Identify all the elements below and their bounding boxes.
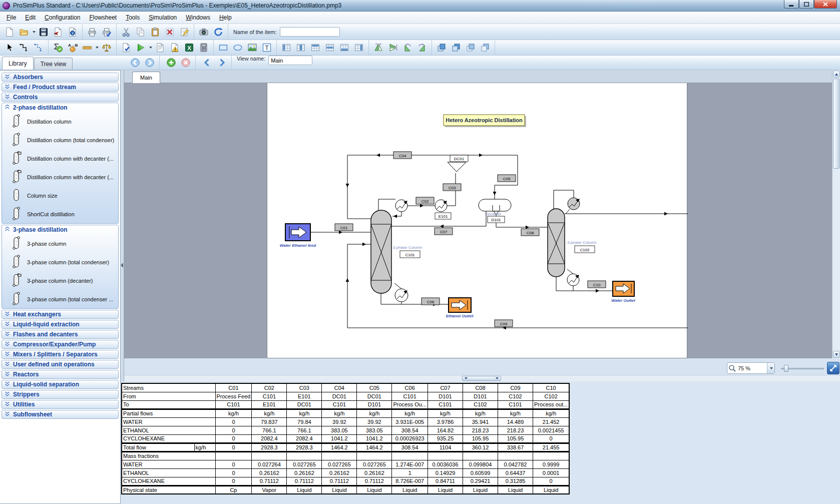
menu-flowsheet[interactable]: Flowsheet [85,12,121,23]
library-item-distillation-column-with-decanter[interactable]: Distillation column with decanter (... [2,168,118,186]
exchanger-e101-tag[interactable]: E101 [435,213,451,219]
align-top-button[interactable] [309,41,322,54]
insert-image-button[interactable] [246,41,259,54]
run-simulation-dropdown-icon[interactable] [149,47,152,49]
screenshot-button[interactable] [197,26,210,39]
link-streams-dashed-button[interactable] [32,41,45,54]
tab-library[interactable]: Library [2,57,34,70]
maximize-button[interactable] [799,0,814,9]
exchanger-e101-icon[interactable] [435,200,447,212]
decanter-d101[interactable]: Decanter D101 [479,199,511,223]
print-preview-button[interactable] [100,26,113,39]
library-item-column-size[interactable]: Column size [2,186,118,205]
feed-icon[interactable]: Water Ethanol feed [280,224,316,248]
section-header-liquid-liquid-extraction[interactable]: Liquid-liquid extraction [2,320,119,329]
stream-tag-c09[interactable]: C09 [495,320,513,327]
align-middle-button[interactable] [323,41,336,54]
document-info-button[interactable]: i [66,26,79,39]
section-header-strippers[interactable]: Strippers [2,390,119,399]
section-header-controls[interactable]: Controls [2,93,119,102]
import-document-button[interactable] [52,26,65,39]
measurement-tool-button[interactable] [81,41,94,54]
balance-button[interactable] [100,41,113,54]
menu-windows[interactable]: Windows [181,12,215,23]
menu-file[interactable]: File [2,12,21,23]
next-view-button[interactable] [215,56,228,69]
column-c101[interactable] [371,210,391,293]
splitter-dc01[interactable]: DC01 [448,155,468,172]
flowsheet-page[interactable]: DC01 Decanter D101 Water Ethanol feed [267,83,687,358]
bring-forward-button[interactable] [464,41,477,54]
rotate-right-button[interactable] [415,41,429,54]
stream-tag-c06[interactable]: C06 [422,298,440,305]
ethanol-outlet-icon[interactable]: Ethanol Outlet [446,298,474,318]
calculator-button[interactable] [197,41,210,54]
report-button[interactable] [154,41,167,54]
canvas-vscrollbar[interactable] [832,70,840,358]
view-name-input[interactable] [268,56,312,65]
align-left-button[interactable] [280,41,293,54]
menu-simulation[interactable]: Simulation [144,12,181,23]
draw-ellipse-button[interactable] [231,41,244,54]
section-header-flashes-and-decanters[interactable]: Flashes and decanters [2,330,119,339]
print-button[interactable] [86,26,99,39]
select-cursor-button[interactable] [3,41,16,54]
tab-view-main[interactable]: Main [132,72,160,83]
align-bottom-button[interactable] [338,41,351,54]
library-item-distillation-column-total-condenser[interactable]: Distillation column (total condenser) [2,131,118,149]
stream-tag-c01[interactable]: C01 [335,224,353,231]
send-backward-button[interactable] [479,41,492,54]
stream-tag-c05[interactable]: C05 [498,175,516,182]
condenser-c101-icon[interactable] [395,200,407,212]
warnings-button[interactable] [168,41,181,54]
run-simulation-button[interactable] [134,41,147,54]
copy-button[interactable] [134,26,147,39]
section-header-subflowsheet[interactable]: Subflowsheet [2,410,119,419]
save-button[interactable] [37,26,50,39]
delete-button[interactable] [163,26,176,39]
close-button[interactable] [814,0,837,9]
open-file-dropdown-icon[interactable] [33,31,36,33]
previous-view-button[interactable] [201,56,214,69]
section-header-liquid-solid-separation[interactable]: Liquid-solid separation [2,380,119,389]
specifications-button[interactable] [52,41,65,54]
section-header-compressor-expander-pump[interactable]: Compressor/Expander/Pump [2,340,119,349]
edit-notes-button[interactable] [178,26,191,39]
vscroll-thumb[interactable] [833,79,839,169]
add-view-button[interactable] [165,56,178,69]
excel-export-button[interactable]: X [183,41,196,54]
menu-edit[interactable]: Edit [21,12,40,23]
tab-tree-view[interactable]: Tree view [34,58,73,70]
library-item-3-phase-column-total-condenser[interactable]: 3-phase column (total condenser ... [2,290,118,308]
condenser-c102-icon[interactable] [568,198,580,210]
stream-tag-c10[interactable]: C10 [588,281,606,288]
remove-view-button[interactable] [179,56,192,69]
nav-back-button[interactable] [129,56,142,69]
new-document-button[interactable] [3,26,16,39]
component-mapping-button[interactable]: A→B [66,41,79,54]
zoom-slider[interactable] [781,364,824,372]
library-item-3-phase-column-total-condenser[interactable]: 3-phase column (total condenser) [2,253,118,271]
section-header-absorbers[interactable]: Absorbers [2,73,119,82]
minimize-button[interactable] [784,0,799,9]
zoom-slider-handle[interactable] [784,365,788,372]
paste-button[interactable] [149,26,162,39]
section-header-feed-product-stream[interactable]: Feed / Product stream [2,83,119,92]
name-of-item-input[interactable] [280,27,340,37]
section-header-2-phase-distillation[interactable]: 2-phase distillation [2,103,118,112]
stream-tag-c04[interactable]: C04 [393,152,411,159]
refresh-button[interactable] [212,26,225,39]
library-item-distillation-column-with-decanter[interactable]: Distillation column with decanter (... [2,149,118,168]
flip-horizontal-button[interactable] [372,41,385,54]
align-center-h-button[interactable] [294,41,307,54]
cut-button[interactable] [120,26,133,39]
align-right-button[interactable] [352,41,365,54]
menu-configuration[interactable]: Configuration [40,12,85,23]
stream-tag-c07[interactable]: C07 [435,228,453,235]
measurement-tool-dropdown-icon[interactable] [96,47,99,49]
link-streams-button[interactable] [18,41,31,54]
insert-text-button[interactable]: T [260,41,273,54]
library-item-3-phase-column[interactable]: 3-phase column [2,234,118,253]
section-header-utilities[interactable]: Utilities [2,400,119,409]
zoom-level-combo[interactable]: 75 % [727,362,775,374]
